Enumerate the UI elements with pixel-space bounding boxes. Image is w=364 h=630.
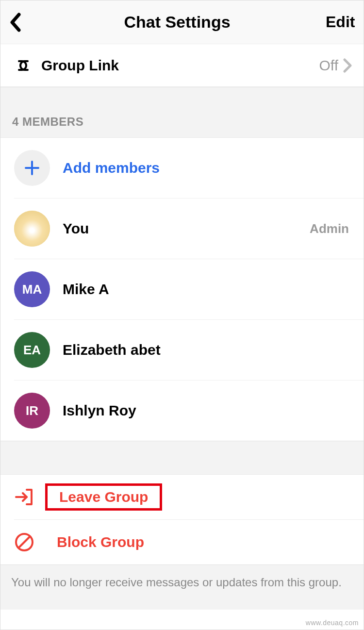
plus-icon [14, 150, 50, 186]
member-row[interactable]: EA Elizabeth abet [0, 320, 364, 380]
highlight-annotation: Leave Group [45, 483, 162, 511]
svg-line-4 [18, 536, 30, 548]
members-list: Add members You Admin MA Mike A EA Eliza… [0, 138, 364, 441]
avatar: MA [14, 271, 50, 307]
avatar [14, 211, 50, 247]
role-badge: Admin [310, 221, 349, 236]
leave-group-row[interactable]: Leave Group [0, 475, 364, 519]
section-gap [0, 441, 364, 475]
members-section-header: 4 MEMBERS [0, 87, 364, 138]
leave-icon [14, 487, 43, 507]
back-button[interactable] [9, 13, 29, 32]
chevron-right-icon [343, 58, 352, 73]
avatar: EA [14, 332, 50, 368]
block-group-row[interactable]: Block Group [0, 520, 364, 564]
member-name: Ishlyn Roy [63, 402, 352, 419]
avatar-initials: IR [26, 403, 38, 418]
edit-button[interactable]: Edit [326, 13, 355, 31]
header-bar: Chat Settings Edit [0, 0, 364, 44]
group-link-value: Off [319, 57, 338, 74]
block-group-label: Block Group [57, 534, 144, 550]
chevron-left-icon [9, 13, 22, 32]
add-members-row[interactable]: Add members [0, 138, 364, 198]
member-name: Mike A [63, 281, 352, 298]
footer-note: You will no longer receive messages or u… [0, 564, 364, 610]
footer-text: You will no longer receive messages or u… [11, 575, 353, 590]
block-icon [14, 532, 43, 552]
member-name: Elizabeth abet [63, 342, 352, 358]
member-row[interactable]: MA Mike A [0, 259, 364, 319]
leave-group-label: Leave Group [59, 489, 148, 505]
watermark: www.deuaq.com [306, 619, 359, 627]
avatar-initials: EA [23, 343, 41, 358]
group-link-row[interactable]: Group Link Off [0, 44, 364, 87]
page-title: Chat Settings [29, 13, 326, 32]
group-link-label: Group Link [41, 57, 319, 74]
avatar-initials: MA [22, 282, 42, 297]
avatar: IR [14, 393, 50, 429]
member-name: You [63, 220, 310, 237]
link-icon [12, 59, 41, 72]
members-count-label: 4 MEMBERS [12, 115, 83, 129]
member-row-you[interactable]: You Admin [0, 199, 364, 259]
add-members-label: Add members [63, 160, 352, 176]
member-row[interactable]: IR Ishlyn Roy [0, 381, 364, 441]
